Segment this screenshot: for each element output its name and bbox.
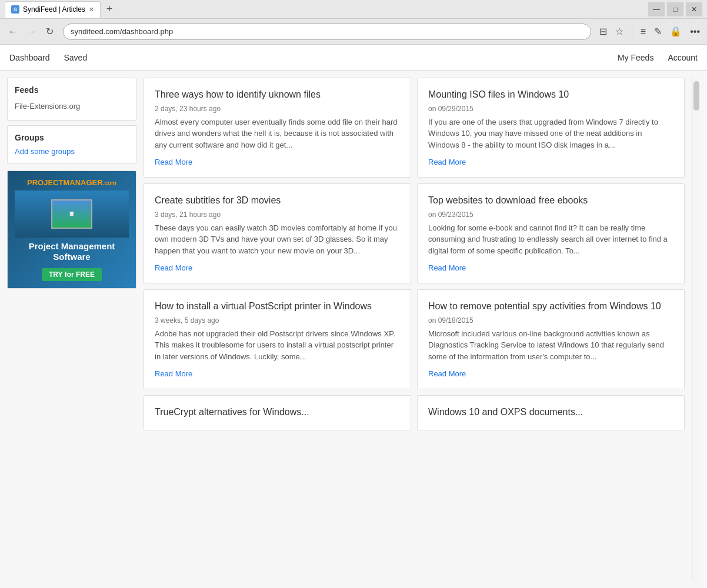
article-date-5: on 09/18/2015 [428, 316, 673, 325]
refresh-button[interactable]: ↻ [42, 24, 57, 39]
content-area: Feeds File-Extensions.org Groups Add som… [0, 71, 707, 588]
favorites-button[interactable]: ☆ [613, 24, 626, 39]
article-card-3: Top websites to download free ebooks on … [417, 183, 685, 283]
article-excerpt-1: If you are one of the users that upgrade… [428, 116, 673, 152]
article-card-0: Three ways how to identify uknown files … [144, 78, 411, 178]
minimize-button[interactable]: — [648, 2, 665, 16]
menu-button[interactable]: ≡ [638, 24, 648, 39]
article-excerpt-4: Adobe has not upgraded their old Postscr… [155, 328, 400, 363]
ad-image: 📊 [15, 191, 129, 238]
article-title-7: Windows 10 and OXPS documents... [428, 406, 673, 419]
saved-nav-link[interactable]: Saved [64, 47, 88, 68]
tab-title: SyndiFeed | Articles [23, 5, 85, 14]
read-more-2[interactable]: Read More [155, 263, 400, 272]
site-nav-left: Dashboard Saved [9, 47, 603, 68]
my-feeds-nav-link[interactable]: My Feeds [618, 47, 653, 68]
article-date-2: 3 days, 21 hours ago [155, 211, 400, 219]
tab-bar: S SyndiFeed | Articles ✕ + [5, 1, 643, 18]
read-more-4[interactable]: Read More [155, 369, 400, 378]
reader-view-button[interactable]: ⊟ [597, 24, 609, 39]
article-excerpt-0: Almost every computer user eventually fi… [155, 116, 400, 152]
read-more-5[interactable]: Read More [428, 369, 673, 378]
article-card-2: Create subtitles for 3D movies 3 days, 2… [144, 183, 411, 283]
active-tab[interactable]: S SyndiFeed | Articles ✕ [5, 1, 101, 18]
more-button[interactable]: ••• [688, 24, 702, 39]
ad-inner: PROJECTMANAGER.com 📊 Project Management … [8, 171, 136, 288]
articles-grid: Three ways how to identify uknown files … [144, 78, 685, 581]
article-title-2: Create subtitles for 3D movies [155, 195, 400, 207]
tab-close-button[interactable]: ✕ [89, 6, 94, 14]
article-title-3: Top websites to download free ebooks [428, 195, 673, 207]
site-nav: Dashboard Saved My Feeds Account [0, 45, 707, 71]
nav-icons: ⊟ ☆ ≡ ✎ 🔒 ••• [597, 24, 702, 39]
article-date-0: 2 days, 23 hours ago [155, 105, 400, 113]
maximize-button[interactable]: □ [667, 2, 683, 16]
site-nav-right: My Feeds Account [618, 47, 698, 68]
read-more-3[interactable]: Read More [428, 263, 673, 272]
tab-favicon: S [11, 5, 19, 14]
ad-brand: PROJECTMANAGER.com [15, 178, 129, 187]
scrollbar-thumb[interactable] [693, 81, 699, 111]
ad-title: Project Management Software [15, 241, 129, 262]
back-button[interactable]: ← [5, 24, 21, 39]
article-excerpt-3: Looking for some e-book and cannot find … [428, 222, 673, 258]
read-more-0[interactable]: Read More [155, 158, 400, 166]
article-title-5: How to remove potential spy activities f… [428, 300, 673, 313]
add-groups-link[interactable]: Add some groups [15, 147, 129, 156]
groups-section: Groups Add some groups [7, 125, 136, 163]
article-excerpt-5: Microsoft included various on-line backg… [428, 328, 673, 363]
article-card-5: How to remove potential spy activities f… [417, 289, 685, 389]
profile-button[interactable]: 🔒 [668, 24, 684, 39]
url-text: syndifeed.com/dashboard.php [71, 27, 173, 36]
article-title-1: Mounting ISO files in Windows 10 [428, 89, 673, 101]
dashboard-nav-link[interactable]: Dashboard [9, 47, 50, 68]
article-card-7: Windows 10 and OXPS documents... [417, 395, 685, 430]
title-bar: S SyndiFeed | Articles ✕ + — □ ✕ [0, 0, 707, 19]
address-bar[interactable]: syndifeed.com/dashboard.php [63, 24, 591, 40]
new-tab-button[interactable]: + [103, 3, 116, 15]
sidebar: Feeds File-Extensions.org Groups Add som… [7, 78, 136, 581]
page-content: Dashboard Saved My Feeds Account Feeds F… [0, 45, 707, 588]
read-more-1[interactable]: Read More [428, 158, 673, 166]
groups-title: Groups [15, 133, 129, 142]
ad-screen: 📊 [51, 199, 92, 229]
close-button[interactable]: ✕ [686, 2, 702, 16]
article-title-4: How to install a virtual PostScript prin… [155, 300, 400, 313]
forward-button[interactable]: → [24, 24, 40, 39]
article-date-3: on 09/23/2015 [428, 211, 673, 219]
ad-cta-button[interactable]: TRY for FREE [42, 268, 102, 281]
sidebar-item-file-extensions[interactable]: File-Extensions.org [15, 99, 129, 113]
article-date-4: 3 weeks, 5 days ago [155, 316, 400, 325]
window-controls: — □ ✕ [648, 2, 702, 16]
article-card-1: Mounting ISO files in Windows 10 on 09/2… [417, 78, 685, 178]
article-title-0: Three ways how to identify uknown files [155, 89, 400, 101]
feeds-section: Feeds File-Extensions.org [7, 78, 136, 121]
browser-window: S SyndiFeed | Articles ✕ + — □ ✕ ← → ↻ s… [0, 0, 707, 588]
account-nav-link[interactable]: Account [668, 47, 698, 68]
article-date-1: on 09/29/2015 [428, 105, 673, 113]
advertisement: PROJECTMANAGER.com 📊 Project Management … [7, 171, 136, 289]
feeds-title: Feeds [15, 85, 129, 95]
article-title-6: TrueCrypt alternatives for Windows... [155, 406, 400, 419]
article-card-6: TrueCrypt alternatives for Windows... [144, 395, 411, 430]
scrollbar[interactable] [692, 78, 700, 581]
article-card-4: How to install a virtual PostScript prin… [144, 289, 411, 389]
article-excerpt-2: These days you can easily watch 3D movie… [155, 222, 400, 258]
nav-bar: ← → ↻ syndifeed.com/dashboard.php ⊟ ☆ ≡ … [0, 19, 707, 45]
edit-button[interactable]: ✎ [652, 24, 664, 39]
